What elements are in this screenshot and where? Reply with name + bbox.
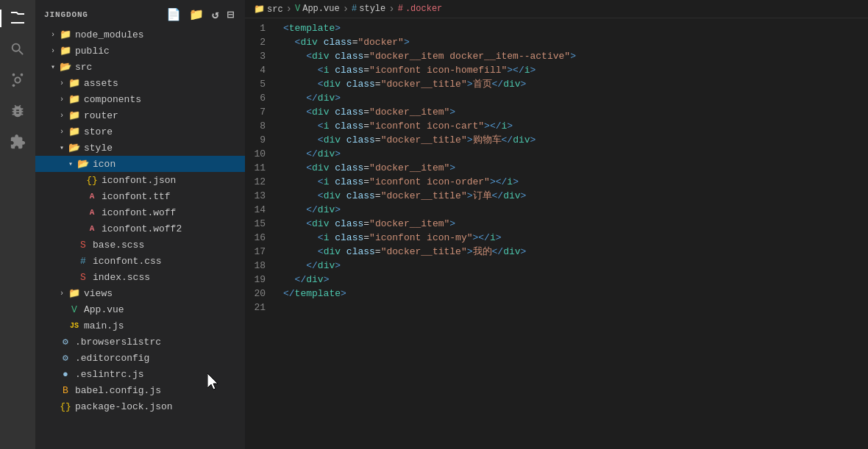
tree-item-public[interactable]: 📁 public xyxy=(35,43,245,59)
tree-arrow-views xyxy=(56,287,68,299)
new-folder-icon[interactable]: 📁 xyxy=(188,6,206,24)
code-line-19: 19 </div> xyxy=(245,273,868,287)
code-line-15: 15 <div class="docker__item"> xyxy=(245,217,868,231)
code-line-9: 9 <div class="docker__title">购物车</div> xyxy=(245,133,868,147)
tree-label: .browserslistrc xyxy=(75,337,161,348)
debug-icon[interactable] xyxy=(5,98,30,123)
new-file-icon[interactable]: 📄 xyxy=(165,6,183,24)
tree-label: views xyxy=(84,288,113,299)
line-content: </div> xyxy=(280,91,868,105)
breadcrumb-sep-1: › xyxy=(286,3,292,15)
breadcrumb-docker[interactable]: #.docker xyxy=(398,4,443,14)
line-number: 16 xyxy=(245,231,280,245)
font-icon: A xyxy=(85,190,99,203)
code-line-3: 3 <div class="docker__item docker__item-… xyxy=(245,49,868,63)
sidebar-header: JINGDONG 📄 📁 ↺ ⊟ xyxy=(35,0,245,26)
collapse-icon[interactable]: ⊟ xyxy=(225,6,236,24)
breadcrumb-src[interactable]: 📁src xyxy=(254,4,283,15)
folder-open-icon: 📂 xyxy=(59,60,72,73)
scss-icon: S xyxy=(77,238,90,251)
line-number: 17 xyxy=(245,245,280,259)
line-number: 2 xyxy=(245,35,280,49)
tree-item-index-scss[interactable]: S index.scss xyxy=(35,269,245,285)
svg-point-0 xyxy=(13,73,15,76)
line-number: 4 xyxy=(245,63,280,77)
sidebar: JINGDONG 📄 📁 ↺ ⊟ 📁 node_modules 📁 public… xyxy=(35,0,245,449)
tree-item-main-js[interactable]: JS main.js xyxy=(35,317,245,334)
breadcrumb-app-vue[interactable]: VApp.vue xyxy=(295,4,340,14)
tree-item-store[interactable]: 📁 store xyxy=(35,123,245,140)
line-number: 7 xyxy=(245,105,280,119)
code-line-13: 13 <div class="docker__title">订单</div> xyxy=(245,189,868,203)
tree-label: iconfont.css xyxy=(93,256,162,267)
tree-label: store xyxy=(84,126,113,137)
line-content: <div class="docker__title">我的</div> xyxy=(280,245,868,259)
tree-item-icon[interactable]: 📂 icon xyxy=(35,156,245,172)
code-line-4: 4 <i class="iconfont icon-homefill"></i> xyxy=(245,63,868,77)
tree-item-editorconfig[interactable]: ⚙ .editorconfig xyxy=(35,350,245,366)
js-icon: JS xyxy=(68,319,81,332)
tree-label: node_modules xyxy=(75,29,144,40)
font-icon: A xyxy=(85,206,99,219)
tree-arrow-src xyxy=(47,61,59,73)
tree-item-babel-config[interactable]: B babel.config.js xyxy=(35,382,245,398)
tree-label: icon xyxy=(93,159,115,170)
tree-item-iconfont-json[interactable]: {} iconfont.json xyxy=(35,172,245,188)
folder-icon: 📁 xyxy=(59,44,72,57)
line-content: <div class="docker__title">首页</div> xyxy=(280,77,868,91)
tree-item-browserslistrc[interactable]: ⚙ .browserslistrc xyxy=(35,334,245,350)
extensions-icon[interactable] xyxy=(5,129,30,154)
tree-label: public xyxy=(75,46,110,57)
tree-item-iconfont-css[interactable]: # iconfont.css xyxy=(35,253,245,269)
tree-item-node-modules[interactable]: 📁 node_modules xyxy=(35,26,245,43)
code-line-21: 21 xyxy=(245,301,868,315)
source-control-icon[interactable] xyxy=(5,68,30,93)
svg-point-2 xyxy=(13,85,15,87)
tree-arrow-router xyxy=(56,109,68,121)
line-content: <div class="docker"> xyxy=(280,35,868,49)
tree-arrow-assets xyxy=(56,77,68,89)
tree-item-base-scss[interactable]: S base.scss xyxy=(35,237,245,253)
tree-arrow-style xyxy=(56,142,68,154)
code-line-16: 16 <i class="iconfont icon-my"></i> xyxy=(245,231,868,245)
tree-label: .editorconfig xyxy=(75,353,149,364)
tree-label: iconfont.woff2 xyxy=(102,223,182,234)
line-content: <template> xyxy=(280,21,868,35)
tree-item-src[interactable]: 📂 src xyxy=(35,59,245,75)
search-icon[interactable] xyxy=(5,37,30,62)
tree-item-style[interactable]: 📂 style xyxy=(35,140,245,156)
tree-item-iconfont-woff[interactable]: A iconfont.woff xyxy=(35,204,245,220)
tree-label: babel.config.js xyxy=(75,385,161,396)
code-container[interactable]: 1<template>2 <div class="docker">3 <div … xyxy=(245,18,868,449)
refresh-icon[interactable]: ↺ xyxy=(210,6,221,24)
json-icon: {} xyxy=(59,400,72,413)
line-number: 13 xyxy=(245,189,280,203)
line-number: 19 xyxy=(245,273,280,287)
breadcrumb-sep-2: › xyxy=(343,3,349,15)
tree-item-components[interactable]: 📁 components xyxy=(35,91,245,107)
files-icon[interactable] xyxy=(5,6,30,31)
tree-label: components xyxy=(84,94,141,105)
tree-item-iconfont-ttf[interactable]: A iconfont.ttf xyxy=(35,188,245,204)
line-content: </template> xyxy=(280,287,868,301)
code-line-17: 17 <div class="docker__title">我的</div> xyxy=(245,245,868,259)
tree-item-views[interactable]: 📁 views xyxy=(35,285,245,301)
sidebar-title: JINGDONG xyxy=(44,10,88,19)
tree-item-iconfont-woff2[interactable]: A iconfont.woff2 xyxy=(35,220,245,237)
line-number: 1 xyxy=(245,21,280,35)
tree-label: iconfont.ttf xyxy=(102,191,171,202)
code-line-14: 14 </div> xyxy=(245,203,868,217)
code-line-12: 12 <i class="iconfont icon-order"></i> xyxy=(245,175,868,189)
tree-item-eslintrc[interactable]: ● .eslintrc.js xyxy=(35,366,245,382)
tree-item-package-lock[interactable]: {} package-lock.json xyxy=(35,398,245,414)
folder-open-icon: 📂 xyxy=(77,157,90,170)
breadcrumb-style[interactable]: #style xyxy=(352,4,385,14)
line-number: 21 xyxy=(245,301,280,315)
css-icon: # xyxy=(77,254,90,267)
tree-item-router[interactable]: 📁 router xyxy=(35,107,245,123)
tree-item-app-vue[interactable]: V App.vue xyxy=(35,301,245,317)
sidebar-header-actions: 📄 📁 ↺ ⊟ xyxy=(165,6,236,24)
line-number: 5 xyxy=(245,77,280,91)
tree-item-assets[interactable]: 📁 assets xyxy=(35,75,245,91)
folder-icon: 📁 xyxy=(68,93,81,106)
